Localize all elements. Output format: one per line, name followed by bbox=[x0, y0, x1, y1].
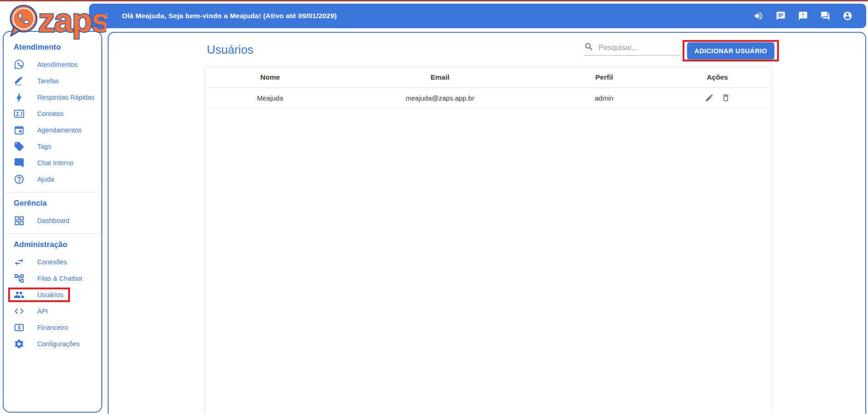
code-icon bbox=[14, 306, 25, 317]
org-tree-icon bbox=[14, 273, 25, 284]
main-panel: Usuários ADICIONAR USUÁRIO Nome Email Pe… bbox=[108, 32, 866, 414]
sidebar-item-atendimentos[interactable]: Atendimentos bbox=[4, 56, 101, 73]
sidebar-item-label: Agendamentos bbox=[37, 126, 82, 134]
search-icon[interactable] bbox=[584, 42, 594, 52]
zaps-logo: zaps bbox=[6, 1, 106, 40]
sidebar-item-label: Respostas Rápidas bbox=[37, 94, 95, 101]
sidebar-item-respostas-rapidas[interactable]: Respostas Rápidas bbox=[4, 89, 101, 106]
annotation-box-add-user: ADICIONAR USUÁRIO bbox=[683, 40, 779, 61]
calendar-icon bbox=[14, 125, 25, 136]
sidebar-item-usuarios[interactable]: Usuários bbox=[4, 287, 101, 303]
welcome-username: Meajuda bbox=[135, 12, 164, 20]
sidebar-item-tarefas[interactable]: Tarefas bbox=[4, 73, 101, 89]
search-box bbox=[584, 42, 680, 56]
sidebar-divider bbox=[4, 233, 101, 234]
tag-icon bbox=[14, 141, 25, 152]
sidebar-item-label: Tags bbox=[37, 143, 51, 150]
sidebar-item-label: Ajuda bbox=[37, 176, 54, 183]
sidebar-item-chat-interno[interactable]: Chat Interno bbox=[4, 155, 101, 171]
cell-nome: Meajuda bbox=[205, 87, 335, 108]
welcome-text: , Seja bem-vindo a bbox=[165, 12, 230, 20]
sidebar-item-contatos[interactable]: Contatos bbox=[4, 106, 101, 122]
edit-icon[interactable] bbox=[705, 93, 714, 102]
users-table-card: Nome Email Perfil Ações Meajuda meajuda@… bbox=[205, 67, 772, 414]
sidebar-item-conexoes[interactable]: Conexões bbox=[4, 254, 101, 270]
sidebar-item-label: Atendimentos bbox=[37, 61, 78, 68]
contact-card-icon bbox=[14, 108, 25, 119]
sidebar-item-label: Dashboard bbox=[37, 217, 70, 224]
welcome-company: Meajuda! bbox=[230, 12, 261, 20]
top-accent-line bbox=[0, 0, 868, 1]
swap-arrows-icon bbox=[14, 257, 25, 268]
topbar-icons bbox=[753, 11, 853, 21]
sidebar-item-ajuda[interactable]: Ajuda bbox=[4, 171, 101, 187]
add-user-button[interactable]: ADICIONAR USUÁRIO bbox=[687, 42, 774, 59]
sidebar-item-api[interactable]: API bbox=[4, 303, 101, 319]
sidebar-item-financeiro[interactable]: $ Financeiro bbox=[4, 319, 101, 336]
table-row: Meajuda meajuda@zaps.app.br admin bbox=[205, 87, 771, 108]
sidebar-item-label: Tarefas bbox=[37, 77, 59, 85]
lightning-icon bbox=[14, 92, 25, 103]
sidebar-item-label: Filas & Chatbot bbox=[37, 275, 82, 282]
announcement-icon[interactable] bbox=[798, 11, 808, 21]
search-input[interactable] bbox=[599, 43, 676, 52]
sidebar-item-label: Financeiro bbox=[37, 324, 68, 331]
column-header-perfil: Perfil bbox=[545, 67, 664, 87]
sidebar-divider bbox=[4, 192, 101, 192]
welcome-expiry: (Ativo até 09/01/2029) bbox=[261, 12, 337, 20]
cell-email: meajuda@zaps.app.br bbox=[335, 87, 545, 108]
help-icon bbox=[14, 174, 25, 185]
users-table: Nome Email Perfil Ações Meajuda meajuda@… bbox=[205, 67, 771, 109]
sidebar-item-label: Chat Interno bbox=[37, 159, 74, 167]
top-bar: Olá Meajuda , Seja bem-vindo a Meajuda! … bbox=[89, 4, 866, 28]
logo-text: zaps bbox=[38, 1, 106, 39]
sidebar-item-dashboard[interactable]: Dashboard bbox=[4, 212, 101, 229]
account-circle-icon[interactable] bbox=[843, 11, 853, 21]
svg-text:$: $ bbox=[18, 325, 20, 330]
whatsapp-icon bbox=[14, 59, 25, 70]
sidebar-section-administracao: Administração bbox=[14, 240, 101, 249]
welcome-text: Olá bbox=[122, 12, 135, 20]
gear-icon bbox=[14, 338, 25, 349]
people-icon bbox=[14, 289, 25, 300]
dashboard-icon bbox=[14, 215, 25, 226]
sidebar-section-atendimento: Atendimento bbox=[14, 43, 101, 52]
page-title: Usuários bbox=[207, 43, 254, 57]
table-header-row: Nome Email Perfil Ações bbox=[205, 67, 771, 87]
cell-perfil: admin bbox=[545, 87, 664, 108]
sidebar-item-filas-chatbot[interactable]: Filas & Chatbot bbox=[4, 270, 101, 287]
cell-acoes bbox=[663, 87, 771, 108]
welcome-message: Olá Meajuda , Seja bem-vindo a Meajuda! … bbox=[122, 12, 337, 20]
column-header-email: Email bbox=[335, 67, 545, 87]
sidebar: Atendimento Atendimentos Tarefas Respost… bbox=[3, 31, 102, 413]
forum-icon[interactable] bbox=[820, 11, 830, 21]
column-header-acoes: Ações bbox=[663, 67, 771, 87]
column-header-nome: Nome bbox=[205, 67, 335, 87]
sidebar-item-label: API bbox=[37, 308, 48, 315]
sidebar-item-tags[interactable]: Tags bbox=[4, 138, 101, 155]
dollar-box-icon: $ bbox=[14, 322, 25, 333]
sidebar-section-gerencia: Gerência bbox=[14, 199, 101, 208]
sidebar-item-label: Contatos bbox=[37, 110, 64, 117]
row-actions bbox=[663, 93, 771, 102]
sidebar-item-configuracoes[interactable]: Configurações bbox=[4, 336, 101, 352]
chat-lines-icon[interactable] bbox=[776, 11, 786, 21]
sidebar-item-label: Conexões bbox=[37, 258, 67, 266]
chat-bubble-icon bbox=[14, 157, 25, 168]
trash-icon[interactable] bbox=[721, 93, 730, 102]
sidebar-item-agendamentos[interactable]: Agendamentos bbox=[4, 122, 101, 138]
whatsapp-bubble-icon: zaps bbox=[6, 1, 106, 40]
volume-icon[interactable] bbox=[753, 11, 763, 21]
sidebar-item-label: Usuários bbox=[37, 291, 63, 298]
pencil-underline-icon bbox=[14, 76, 25, 86]
sidebar-item-label: Configurações bbox=[37, 340, 80, 348]
